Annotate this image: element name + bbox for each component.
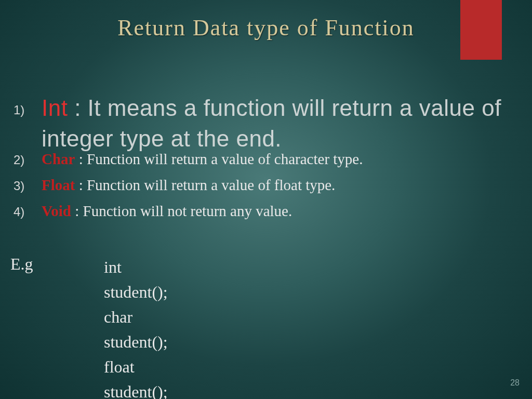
- list-number-4: 4): [10, 205, 42, 219]
- item-int-text: : It means a function will return a valu…: [42, 95, 501, 151]
- item-float: Float : Function will return a value of …: [42, 177, 335, 194]
- list-number-2: 2): [10, 153, 42, 167]
- page-number: 28: [510, 378, 520, 388]
- list-number-3: 3): [10, 179, 42, 193]
- example-int: int student();: [104, 255, 168, 304]
- example-char: char student();: [104, 304, 168, 354]
- example-label: E.g: [10, 255, 33, 274]
- keyword-int: Int: [42, 95, 68, 121]
- item-void: Void : Function will not return any valu…: [42, 203, 292, 220]
- item-void-text: : Function will not return any value.: [71, 203, 292, 219]
- keyword-void: Void: [42, 203, 71, 219]
- keyword-float: Float: [42, 177, 75, 193]
- item-int-overlay: Int : It means a function will return a …: [42, 92, 532, 154]
- slide-title: Return Data type of Function: [0, 15, 532, 41]
- list-number-1: 1): [10, 103, 42, 117]
- item-float-text: : Function will return a value of float …: [75, 177, 335, 193]
- example-float: float student();: [104, 354, 168, 399]
